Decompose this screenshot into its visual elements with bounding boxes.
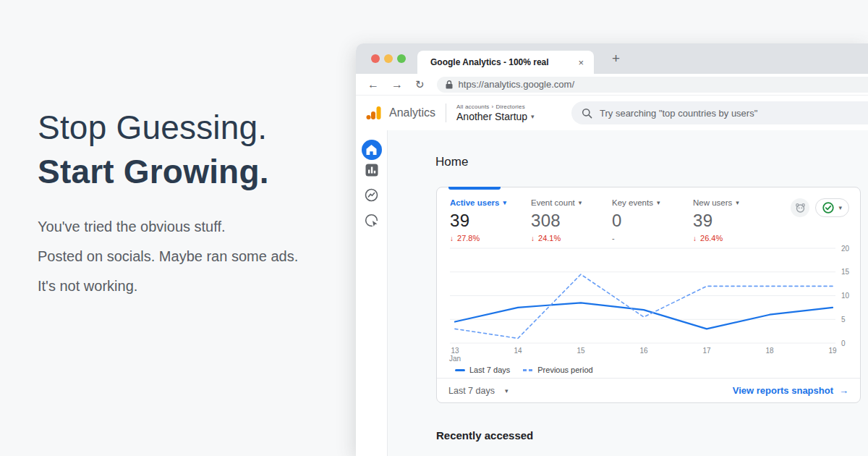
- solid-line-icon: [455, 369, 465, 371]
- browser-tab[interactable]: Google Analytics - 100% real ×: [417, 51, 594, 74]
- metric-value: 308: [531, 211, 612, 231]
- metric-event-count[interactable]: Event count▾308↓ 24.1%: [531, 198, 612, 242]
- metric-key-events[interactable]: Key events▾0-: [612, 198, 693, 242]
- metric-label: Event count: [531, 198, 575, 207]
- tab-title: Google Analytics - 100% real: [430, 57, 576, 67]
- search-input[interactable]: [600, 108, 858, 119]
- card-footer: Last 7 days ▾ View reports snapshot →: [437, 378, 860, 402]
- account-name: Another Startup: [456, 111, 527, 122]
- svg-text:13: 13: [451, 347, 459, 355]
- ga-product-name: Analytics: [389, 106, 435, 119]
- chevron-down-icon: ▾: [736, 199, 739, 206]
- chevron-down-icon: ▾: [579, 199, 582, 206]
- ga-main: Home Active users▾39↓ 27.8%Event count▾3…: [388, 130, 868, 456]
- metric-label: New users: [693, 198, 732, 207]
- analytics-logo-icon: [365, 104, 383, 122]
- metric-value: 39: [450, 211, 531, 231]
- svg-text:15: 15: [841, 268, 850, 276]
- back-icon[interactable]: ←: [367, 79, 379, 90]
- ga-search-bar[interactable]: [571, 101, 868, 124]
- series-solid: [455, 303, 833, 329]
- active-metric-indicator: [448, 187, 501, 190]
- hero-body-line: You've tried the obvious stuff.: [38, 212, 349, 242]
- explore-icon: [365, 188, 378, 202]
- insights-icon: [795, 203, 806, 214]
- insights-button[interactable]: [791, 198, 809, 217]
- ga-sidebar: [356, 130, 388, 456]
- hero-body: You've tried the obvious stuff. Posted o…: [38, 212, 349, 301]
- svg-text:20: 20: [841, 245, 850, 253]
- tab-close-icon[interactable]: ×: [576, 57, 585, 68]
- sidebar-item-advertising[interactable]: [365, 213, 379, 227]
- advertising-icon: [365, 214, 378, 227]
- check-circle-icon: [822, 202, 834, 214]
- close-window-button[interactable]: [371, 54, 380, 63]
- metric-value: 39: [693, 211, 774, 231]
- metric-new-users[interactable]: New users▾39↓ 26.4%: [693, 198, 774, 242]
- ga-header: Analytics All accounts›Directories Anoth…: [356, 96, 868, 130]
- browser-toolbar: ← → ↻ htps://analytics.google.com/: [356, 74, 868, 96]
- svg-text:5: 5: [841, 316, 846, 324]
- recently-accessed-title: Recently accessed: [436, 429, 533, 442]
- svg-text:15: 15: [576, 347, 585, 355]
- header-divider: [446, 104, 446, 122]
- metric-label: Key events: [612, 198, 653, 207]
- account-switcher[interactable]: All accounts›Directories Another Startup…: [456, 104, 535, 122]
- chevron-down-icon: ▾: [531, 113, 535, 120]
- reload-icon[interactable]: ↻: [415, 79, 425, 90]
- legend-item: Previous period: [523, 366, 592, 374]
- hero-title-line2: Start Growing.: [38, 150, 349, 194]
- home-icon: [366, 145, 377, 155]
- legend-label: Last 7 days: [469, 366, 510, 374]
- search-icon: [582, 108, 592, 119]
- date-range-selector[interactable]: Last 7 days ▾: [448, 386, 508, 396]
- lock-icon: [446, 80, 453, 89]
- minimize-window-button[interactable]: [384, 54, 393, 63]
- home-chart[interactable]: 0510152013141516171819Jan: [437, 238, 861, 366]
- series-dashed: [455, 274, 833, 338]
- cta-label: View reports snapshot: [733, 385, 833, 396]
- ga-body: Home Active users▾39↓ 27.8%Event count▾3…: [356, 130, 868, 456]
- home-overview-card: Active users▾39↓ 27.8%Event count▾308↓ 2…: [436, 187, 861, 403]
- legend-item: Last 7 days: [455, 366, 510, 374]
- svg-text:18: 18: [765, 347, 774, 355]
- chevron-down-icon: ▾: [838, 204, 842, 211]
- page-title: Home: [435, 155, 468, 169]
- bar-chart-icon: [365, 164, 378, 177]
- hero-body-line: It's not working.: [38, 271, 349, 301]
- sidebar-item-home[interactable]: [362, 140, 382, 160]
- sidebar-item-explore[interactable]: [365, 187, 379, 202]
- metric-active-users[interactable]: Active users▾39↓ 27.8%: [450, 198, 531, 242]
- dashed-line-icon: [523, 369, 533, 371]
- chevron-down-icon: ▾: [503, 199, 506, 206]
- new-tab-button[interactable]: +: [608, 49, 624, 68]
- chevron-down-icon: ▾: [657, 199, 660, 206]
- view-reports-snapshot-link[interactable]: View reports snapshot →: [733, 385, 848, 396]
- svg-text:0: 0: [841, 339, 846, 347]
- address-bar[interactable]: htps://analytics.google.com/: [437, 77, 868, 93]
- data-quality-button[interactable]: ▾: [815, 198, 849, 217]
- svg-text:14: 14: [514, 347, 522, 355]
- chevron-down-icon: ▾: [505, 387, 509, 394]
- metric-label: Active users: [450, 198, 499, 207]
- legend-label: Previous period: [537, 366, 592, 374]
- sidebar-item-reports[interactable]: [365, 163, 379, 177]
- forward-icon[interactable]: →: [391, 79, 403, 90]
- card-tools: ▾: [791, 198, 849, 217]
- svg-text:10: 10: [841, 292, 850, 300]
- chart-legend: Last 7 daysPrevious period: [455, 366, 593, 374]
- browser-window: Google Analytics - 100% real × + ← → ↻ h…: [356, 43, 868, 456]
- svg-text:16: 16: [639, 347, 648, 355]
- metric-value: 0: [612, 211, 693, 231]
- browser-tab-strip: Google Analytics - 100% real × +: [356, 43, 868, 74]
- chevron-icon: ›: [492, 104, 494, 110]
- svg-text:Jan: Jan: [449, 355, 461, 363]
- hero-title-line1: Stop Guessing.: [38, 106, 349, 150]
- arrow-right-icon: →: [839, 385, 848, 396]
- url-text: htps://analytics.google.com/: [459, 79, 574, 90]
- svg-text:17: 17: [702, 347, 711, 355]
- window-controls: [371, 54, 406, 63]
- date-range-label: Last 7 days: [448, 386, 495, 396]
- maximize-window-button[interactable]: [397, 54, 406, 63]
- breadcrumb: All accounts›Directories: [456, 104, 535, 110]
